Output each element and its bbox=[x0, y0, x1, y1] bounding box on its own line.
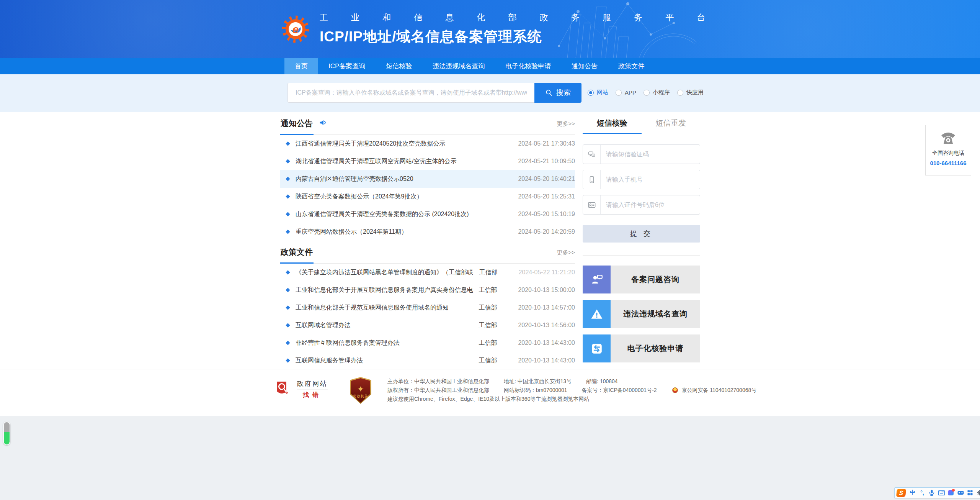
radio-dot-icon bbox=[588, 90, 594, 96]
footer-zip: 邮编: 100804 bbox=[586, 378, 618, 384]
nav-item-illegal-domain-query[interactable]: 违法违规域名查询 bbox=[422, 58, 495, 74]
sms-form: 提 交 bbox=[583, 144, 700, 243]
radio-miniprogram[interactable]: 小程序 bbox=[644, 89, 670, 96]
action-illegal-domain-query[interactable]: 违法违规域名查询 bbox=[583, 300, 700, 328]
footer-browser-tip: 建议您使用Chrome、Firefox、Edge、IE10及以上版本和360等主… bbox=[387, 396, 589, 402]
ime-keyboard-icon[interactable] bbox=[938, 489, 945, 496]
notice-row-highlighted[interactable]: 内蒙古自治区通信管理局空壳数据公示0520 2024-05-20 16:40:2… bbox=[280, 170, 575, 188]
diamond-bullet-icon bbox=[286, 212, 290, 216]
contact-phone-number[interactable]: 010-66411166 bbox=[926, 160, 971, 166]
svg-text:e: e bbox=[292, 23, 299, 36]
footer-text-block: 主办单位：中华人民共和国工业和信息化部 地址: 中国北京西长安街13号 邮编: … bbox=[387, 377, 756, 403]
action-filing-consult[interactable]: 备案问题咨询 bbox=[583, 266, 700, 293]
id-card-field-wrap bbox=[583, 195, 700, 215]
sidebar-scroll-indicator[interactable] bbox=[3, 421, 10, 445]
diamond-bullet-icon bbox=[286, 305, 290, 310]
sms-code-icon bbox=[583, 145, 601, 164]
diamond-bullet-icon bbox=[286, 323, 290, 327]
policies-more-link[interactable]: 更多>> bbox=[557, 249, 575, 256]
speaker-icon bbox=[319, 118, 327, 127]
ime-skin-icon[interactable] bbox=[947, 489, 954, 496]
notice-row[interactable]: 江西省通信管理局关于清理20240520批次空壳数据公示 2024-05-21 … bbox=[280, 135, 575, 152]
radio-dot-icon bbox=[677, 90, 683, 96]
search-input[interactable] bbox=[287, 83, 534, 103]
nav-item-home[interactable]: 首页 bbox=[284, 58, 318, 74]
consult-icon bbox=[583, 266, 611, 293]
nav-item-e-verification[interactable]: 电子化核验申请 bbox=[495, 58, 561, 74]
notice-row[interactable]: 陕西省空壳类备案数据公示（2024年第9批次） 2024-05-20 15:25… bbox=[280, 188, 575, 205]
warning-icon bbox=[583, 300, 611, 328]
nav-item-policies[interactable]: 政策文件 bbox=[608, 58, 655, 74]
ime-language-toggle[interactable]: 中 bbox=[909, 489, 916, 496]
ime-voice-icon[interactable] bbox=[928, 489, 935, 496]
sogou-ime-toolbar: S 中 °, bbox=[894, 487, 980, 498]
footer-icp-number: 备案号：京ICP备04000001号-2 bbox=[582, 387, 657, 393]
nav-item-sms-verify[interactable]: 短信核验 bbox=[376, 58, 422, 74]
tab-sms-resend[interactable]: 短信重发 bbox=[642, 118, 701, 134]
policy-list: 《关于建立境内违法互联网站黑名单管理制度的通知》（工信部联 工信部 2024-0… bbox=[280, 264, 575, 369]
action-e-verification[interactable]: 电子化核验申请 bbox=[583, 334, 700, 362]
search-icon bbox=[545, 89, 553, 97]
party-gov-badge[interactable]: ✦ 党政机关 bbox=[350, 377, 371, 404]
mobile-icon bbox=[583, 170, 601, 189]
telephone-icon bbox=[940, 130, 957, 144]
footer-address: 地址: 中国北京西长安街13号 bbox=[504, 378, 572, 384]
nav-item-notices[interactable]: 通知公告 bbox=[561, 58, 608, 74]
right-column: 短信核验 短信重发 bbox=[583, 118, 700, 369]
miit-gear-logo-icon: e bbox=[280, 10, 311, 48]
id-card-icon bbox=[583, 195, 601, 214]
diamond-bullet-icon bbox=[286, 194, 290, 198]
tab-sms-verify[interactable]: 短信核验 bbox=[583, 118, 642, 134]
submit-button[interactable]: 提 交 bbox=[583, 225, 700, 243]
policy-row[interactable]: 互联网信息服务管理办法 工信部 2020-10-13 14:43:00 bbox=[280, 352, 575, 369]
radio-quickapp[interactable]: 快应用 bbox=[677, 89, 704, 96]
footer: 政府网站 找错 ✦ 党政机关 主办单位：中华人民共和国工业和信息化部 地址: 中… bbox=[0, 369, 980, 416]
diamond-bullet-icon bbox=[286, 288, 290, 292]
notice-row[interactable]: 山东省通信管理局关于清理空壳类备案数据的公示 (202420批次) 2024-0… bbox=[280, 205, 575, 223]
notice-row[interactable]: 湖北省通信管理局关于清理互联网空壳网站/空壳主体的公示 2024-05-21 1… bbox=[280, 152, 575, 170]
sms-tabs: 短信核验 短信重发 bbox=[583, 118, 700, 134]
notice-list: 江西省通信管理局关于清理20240520批次空壳数据公示 2024-05-21 … bbox=[280, 135, 575, 241]
error-report-magnifier-icon bbox=[275, 380, 293, 398]
radio-dot-icon bbox=[644, 90, 650, 96]
sms-code-field-wrap bbox=[583, 144, 700, 164]
bottom-gray-area bbox=[0, 416, 980, 500]
id-card-input[interactable] bbox=[601, 202, 700, 208]
radio-app[interactable]: APP bbox=[616, 89, 636, 96]
police-badge-icon bbox=[672, 387, 678, 393]
diamond-bullet-icon bbox=[286, 141, 290, 146]
footer-copyright: 版权所有：中华人民共和国工业和信息化部 bbox=[387, 387, 489, 393]
notices-more-link[interactable]: 更多>> bbox=[557, 120, 575, 128]
notice-row[interactable]: 重庆空壳网站数据公示（2024年第11期） 2024-05-20 14:20:5… bbox=[280, 223, 575, 241]
ime-tools-icon[interactable] bbox=[976, 489, 980, 496]
mobile-field-wrap bbox=[583, 170, 700, 189]
gov-site-error-report-badge[interactable]: 政府网站 找错 bbox=[275, 379, 328, 399]
policy-row[interactable]: 互联网域名管理办法 工信部 2020-10-13 14:56:00 bbox=[280, 316, 575, 334]
ime-punctuation-toggle[interactable]: °, bbox=[919, 489, 926, 496]
diamond-bullet-icon bbox=[286, 358, 290, 362]
diamond-bullet-icon bbox=[286, 159, 290, 163]
sogou-logo-icon[interactable]: S bbox=[896, 489, 906, 497]
diamond-bullet-icon bbox=[286, 230, 290, 234]
diamond-bullet-icon bbox=[286, 270, 290, 274]
platform-title: 工 业 和 信 息 化 部 政 务 服 务 平 台 bbox=[320, 12, 715, 23]
left-column: 通知公告 更多>> 江西省通信管理局关于清理20240520批次空壳数据公示 2… bbox=[280, 118, 575, 369]
radio-website[interactable]: 网站 bbox=[588, 89, 608, 96]
sms-code-input[interactable] bbox=[601, 151, 700, 158]
search-button[interactable]: 搜索 bbox=[534, 83, 581, 103]
main-navbar: 首页 ICP备案查询 短信核验 违法违规域名查询 电子化核验申请 通知公告 政策… bbox=[0, 58, 980, 74]
policy-row[interactable]: 《关于建立境内违法互联网站黑名单管理制度的通知》（工信部联 工信部 2024-0… bbox=[280, 264, 575, 281]
nav-item-icp-query[interactable]: ICP备案查询 bbox=[318, 58, 376, 74]
policy-row[interactable]: 工业和信息化部关于规范互联网信息服务使用域名的通知 工信部 2020-10-13… bbox=[280, 299, 575, 316]
ime-emoji-game-icon[interactable] bbox=[957, 489, 964, 496]
diamond-bullet-icon bbox=[286, 341, 290, 345]
policy-row[interactable]: 非经营性互联网信息服务备案管理办法 工信部 2020-10-13 14:43:0… bbox=[280, 334, 575, 352]
header-banner: e 工 业 和 信 息 化 部 政 务 服 务 平 台 ICP/IP地址/域名信… bbox=[0, 0, 980, 58]
mobile-input[interactable] bbox=[601, 176, 700, 183]
ime-apps-grid-icon[interactable] bbox=[967, 489, 973, 496]
contact-phone-card: 全国咨询电话 010-66411166 bbox=[925, 125, 971, 175]
notices-title: 通知公告 bbox=[280, 118, 314, 135]
policies-title: 政策文件 bbox=[280, 247, 314, 264]
footer-police-number[interactable]: 京公网安备 11040102700068号 bbox=[681, 387, 756, 393]
policy-row[interactable]: 工业和信息化部关于开展互联网信息服务备案用户真实身份信息电 工信部 2020-1… bbox=[280, 281, 575, 299]
